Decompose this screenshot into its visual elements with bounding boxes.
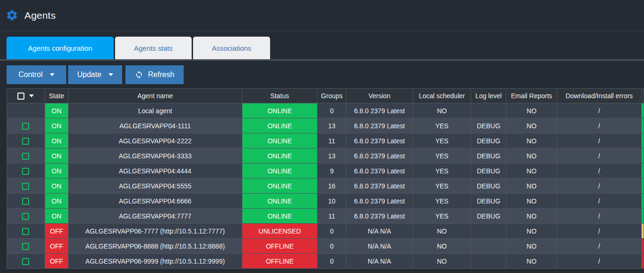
version-cell: 6.8.0 2379 Latest xyxy=(346,164,413,179)
chevron-down-icon xyxy=(109,73,113,76)
local-scheduler-cell: NO xyxy=(413,103,471,118)
email-reports-cell: NO xyxy=(506,194,557,209)
log-level-cell: DEBUG xyxy=(471,164,506,179)
status-cell: ONLINE xyxy=(242,194,318,209)
tab-agents-stats[interactable]: Agents stats xyxy=(115,37,192,59)
control-dropdown-button[interactable]: Control xyxy=(7,65,66,84)
row-select-cell[interactable] xyxy=(7,103,45,118)
status-cell: OFFLINE xyxy=(242,239,318,254)
column-header-strip xyxy=(641,89,644,103)
groups-cell: 0 xyxy=(318,239,346,254)
status-cell: ONLINE xyxy=(242,179,318,194)
column-header-agent-name[interactable]: Agent name xyxy=(68,89,242,103)
agent-name-cell: AGLGESRVAPP04:6666 xyxy=(68,194,242,209)
column-header-version[interactable]: Version xyxy=(346,89,413,103)
row-select-cell[interactable] xyxy=(7,194,45,209)
table-row: ON AGLGESRVAPP04-3333 ONLINE 13 6.8.0 23… xyxy=(7,148,644,164)
column-header-status[interactable]: Status xyxy=(242,89,318,103)
row-checkbox[interactable] xyxy=(22,123,29,130)
column-header-log-level[interactable]: Log level xyxy=(471,89,506,103)
state-cell: ON xyxy=(45,164,68,179)
select-all-checkbox[interactable] xyxy=(17,93,24,100)
status-cell: ONLINE xyxy=(242,103,318,118)
groups-cell: 11 xyxy=(318,209,346,224)
row-checkbox[interactable] xyxy=(22,258,29,265)
email-reports-cell: NO xyxy=(506,133,557,148)
groups-cell: 13 xyxy=(318,118,346,133)
email-reports-cell: NO xyxy=(506,164,557,179)
row-select-cell[interactable] xyxy=(7,133,45,148)
row-checkbox[interactable] xyxy=(22,198,29,205)
tab-label: Agents stats xyxy=(134,44,173,52)
version-cell: N/A N/A xyxy=(346,239,413,254)
groups-cell: 0 xyxy=(318,224,346,239)
download-install-errors-cell: / xyxy=(557,164,642,179)
local-scheduler-cell: YES xyxy=(413,118,471,133)
row-checkbox[interactable] xyxy=(22,138,29,145)
state-cell: ON xyxy=(45,179,68,194)
download-install-errors-cell: / xyxy=(557,133,642,148)
row-select-cell[interactable] xyxy=(7,209,45,224)
row-checkbox[interactable] xyxy=(22,153,29,160)
tab-agents-configuration[interactable]: Agents configuration xyxy=(7,37,114,59)
row-select-cell[interactable] xyxy=(7,239,45,254)
column-header-groups[interactable]: Groups xyxy=(318,89,346,103)
row-checkbox[interactable] xyxy=(22,243,29,250)
status-strip xyxy=(641,194,644,209)
groups-cell: 11 xyxy=(318,133,346,148)
status-cell: ONLINE xyxy=(242,118,318,133)
log-level-cell: DEBUG xyxy=(471,179,506,194)
column-header-local-scheduler[interactable]: Local scheduler xyxy=(413,89,471,103)
gear-icon xyxy=(5,8,19,23)
download-install-errors-cell: / xyxy=(557,103,642,118)
table-row: ON AGLGESRVAPP04:4444 ONLINE 9 6.8.0 237… xyxy=(7,164,644,179)
tab-associations[interactable]: Associations xyxy=(193,37,270,59)
local-scheduler-cell: YES xyxy=(413,148,471,164)
log-level-cell: DEBUG xyxy=(471,148,506,164)
status-cell: ONLINE xyxy=(242,133,318,148)
column-header-download-install-errors[interactable]: Download/Install errors xyxy=(557,89,642,103)
email-reports-cell: NO xyxy=(506,179,557,194)
status-strip xyxy=(641,133,644,148)
chevron-down-icon xyxy=(50,73,54,76)
agent-name-cell: AGLGESRVAPP06-9999 (http://10.5.1.12:999… xyxy=(68,254,242,269)
table-row: ON AGLGESRVAPP04:7777 ONLINE 11 6.8.0 23… xyxy=(7,209,644,224)
local-scheduler-cell: YES xyxy=(413,209,471,224)
state-cell: ON xyxy=(45,103,68,118)
agent-name-cell: AGLGESRVAPP06-7777 (http://10.5.1.12:777… xyxy=(68,224,242,239)
version-cell: 6.8.0 2379 Latest xyxy=(346,118,413,133)
column-header-state[interactable]: State xyxy=(45,89,68,103)
status-strip xyxy=(641,103,644,118)
table-row: ON Local agent ONLINE 0 6.8.0 2379 Lates… xyxy=(7,103,644,118)
update-dropdown-button[interactable]: Update xyxy=(68,65,122,84)
select-all-header[interactable] xyxy=(7,89,45,103)
row-checkbox[interactable] xyxy=(22,228,29,235)
row-select-cell[interactable] xyxy=(7,118,45,133)
row-select-cell[interactable] xyxy=(7,179,45,194)
row-checkbox[interactable] xyxy=(22,183,29,190)
row-select-cell[interactable] xyxy=(7,164,45,179)
column-header-email-reports[interactable]: Email Reports xyxy=(506,89,557,103)
table-row: ON AGLGESRVAPP04-1111 ONLINE 13 6.8.0 23… xyxy=(7,118,644,133)
version-cell: 6.8.0 2379 Latest xyxy=(346,148,413,164)
log-level-cell: DEBUG xyxy=(471,118,506,133)
log-level-cell: DEBUG xyxy=(471,209,506,224)
row-select-cell[interactable] xyxy=(7,254,45,269)
tab-label: Associations xyxy=(212,44,251,52)
groups-cell: 9 xyxy=(318,164,346,179)
row-select-cell[interactable] xyxy=(7,148,45,164)
select-menu-chevron-icon[interactable] xyxy=(29,94,34,97)
state-cell: ON xyxy=(45,209,68,224)
email-reports-cell: NO xyxy=(506,224,557,239)
email-reports-cell: NO xyxy=(506,254,557,269)
download-install-errors-cell: / xyxy=(557,194,642,209)
local-scheduler-cell: NO xyxy=(413,239,471,254)
row-checkbox[interactable] xyxy=(22,213,29,220)
row-checkbox[interactable] xyxy=(22,168,29,175)
download-install-errors-cell: / xyxy=(557,179,642,194)
refresh-icon xyxy=(135,70,143,79)
agent-name-cell: AGLGESRVAPP04-3333 xyxy=(68,148,242,164)
refresh-button[interactable]: Refresh xyxy=(125,65,184,84)
row-select-cell[interactable] xyxy=(7,224,45,239)
state-cell: OFF xyxy=(45,224,68,239)
